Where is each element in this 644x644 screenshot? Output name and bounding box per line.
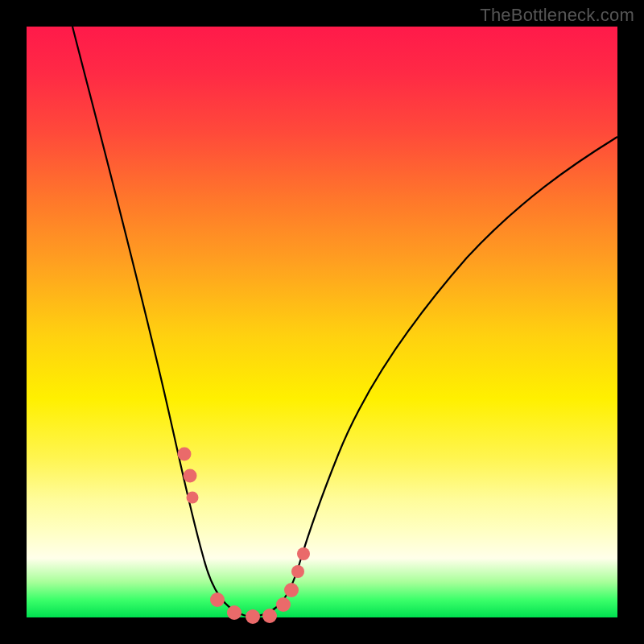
gradient-background — [27, 27, 617, 617]
watermark-text: TheBottleneck.com — [480, 5, 634, 26]
canvas: TheBottleneck.com — [0, 0, 644, 644]
